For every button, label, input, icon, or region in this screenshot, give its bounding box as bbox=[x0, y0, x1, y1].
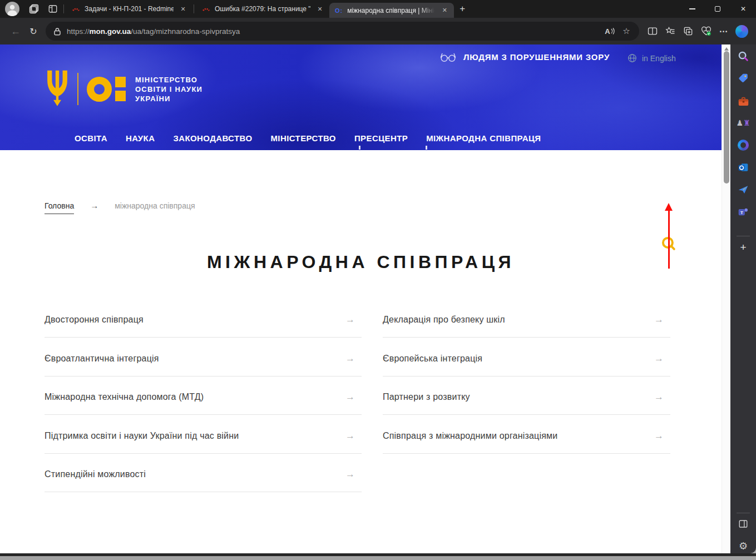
window-bottom-edge bbox=[0, 553, 756, 556]
copilot-icon bbox=[735, 25, 748, 38]
minimize-button[interactable] bbox=[679, 0, 705, 18]
browser-titlebar: Задачи - КН-П-201 - Redmine ✕ Ошибка #22… bbox=[0, 0, 756, 18]
sidebar-teams-button[interactable]: T bbox=[734, 203, 752, 221]
tag-link-stypendii[interactable]: Стипендійні можливості → bbox=[45, 469, 362, 508]
org-name-line: МІНІСТЕРСТВО bbox=[135, 75, 202, 85]
new-tab-button[interactable]: + bbox=[454, 1, 471, 17]
tag-link-label: Міжнародна технічна допомога (МТД) bbox=[45, 391, 204, 402]
outlook-icon bbox=[738, 162, 749, 173]
nav-item-nauka[interactable]: НАУКА bbox=[126, 133, 155, 143]
tag-links: Двостороння співпраця → Євроатлантична і… bbox=[45, 314, 670, 508]
tab-close-button[interactable]: ✕ bbox=[439, 6, 449, 16]
toolbox-icon bbox=[738, 96, 749, 107]
collections-button[interactable] bbox=[679, 22, 697, 40]
tag-link-ievropeiska[interactable]: Європейська інтеграція → bbox=[383, 353, 670, 392]
search-colored-icon bbox=[737, 50, 749, 62]
tag-link-label: Декларація про безпеку шкіл bbox=[383, 314, 505, 325]
tag-link-ievroatlantychna[interactable]: Євроатлантична інтеграція → bbox=[45, 353, 362, 392]
vertical-tabs-icon bbox=[48, 4, 58, 14]
tab-close-button[interactable]: ✕ bbox=[315, 4, 325, 14]
tag-link-label: Європейська інтеграція bbox=[383, 353, 482, 364]
accessibility-link[interactable]: ЛЮДЯМ З ПОРУШЕННЯМИ ЗОРУ bbox=[439, 51, 610, 63]
url-domain: mon.gov.ua bbox=[90, 27, 131, 36]
mon-favicon-icon: О: bbox=[335, 7, 343, 14]
paper-plane-icon bbox=[738, 184, 749, 195]
address-bar[interactable]: https://mon.gov.ua/ua/tag/mizhnarodna-sp… bbox=[46, 22, 639, 41]
tag-link-label: Співпраця з міжнародними організаціями bbox=[383, 430, 557, 441]
logo-divider bbox=[77, 73, 78, 105]
tab-mon-active[interactable]: О: міжнародна співпраця | Міністе ✕ bbox=[329, 3, 454, 18]
workspaces-icon bbox=[28, 3, 39, 14]
tab-title: Задачи - КН-П-201 - Redmine bbox=[85, 5, 174, 13]
tab-redmine-tasks[interactable]: Задачи - КН-П-201 - Redmine ✕ bbox=[65, 0, 192, 18]
page-scrollbar[interactable] bbox=[722, 44, 730, 553]
sidebar-send-button[interactable] bbox=[734, 181, 752, 199]
browser-essentials-button[interactable] bbox=[697, 22, 715, 40]
close-icon: ✕ bbox=[740, 5, 746, 13]
tag-link-spivpratsia-org[interactable]: Співпраця з міжнародними організаціями → bbox=[383, 430, 670, 469]
scrollbar-thumb[interactable] bbox=[724, 51, 729, 184]
sidebar-panel-toggle-button[interactable] bbox=[734, 515, 752, 533]
sidebar-add-button[interactable]: + bbox=[734, 239, 752, 256]
nav-item-ministerstvo[interactable]: МІНІСТЕРСТВО bbox=[270, 133, 335, 143]
arrow-right-icon: → bbox=[654, 391, 664, 402]
tag-link-label: Двостороння співпраця bbox=[45, 314, 144, 325]
tab-close-button[interactable]: ✕ bbox=[178, 4, 188, 14]
refresh-button[interactable]: ↻ bbox=[24, 22, 42, 40]
sidebar-search-button[interactable] bbox=[734, 47, 752, 65]
scrollbar-up-arrow[interactable] bbox=[724, 47, 729, 51]
page-title: МІЖНАРОДНА СПІВПРАЦЯ bbox=[0, 252, 722, 272]
tab-redmine-error[interactable]: Ошибка #22079: На странице " ✕ bbox=[195, 0, 329, 18]
arrow-right-icon: → bbox=[654, 430, 664, 441]
nav-item-prestsentr[interactable]: ПРЕСЦЕНТР bbox=[354, 133, 408, 143]
split-screen-button[interactable] bbox=[644, 22, 661, 40]
header-artifact bbox=[426, 146, 427, 150]
nav-item-osvita[interactable]: ОСВІТА bbox=[75, 133, 107, 143]
sidebar-shopping-button[interactable] bbox=[734, 70, 752, 87]
sidebar-settings-button[interactable]: ⚙ bbox=[734, 537, 752, 555]
tag-links-left-column: Двостороння співпраця → Євроатлантична і… bbox=[45, 314, 362, 508]
org-name-line: УКРАЇНИ bbox=[135, 94, 202, 103]
sidebar-microsoft365-button[interactable] bbox=[734, 136, 752, 154]
sidebar-games-button[interactable]: ♟♜ bbox=[734, 114, 752, 132]
close-button[interactable]: ✕ bbox=[730, 0, 756, 18]
tag-link-deklaratsiia[interactable]: Декларація про безпеку шкіл → bbox=[383, 314, 670, 353]
workspaces-button[interactable] bbox=[24, 0, 43, 18]
url-scheme: https:// bbox=[67, 27, 90, 36]
tab-actions-button[interactable] bbox=[43, 0, 62, 18]
favorites-button[interactable] bbox=[661, 22, 679, 40]
read-aloud-icon: A bbox=[605, 27, 610, 36]
back-button[interactable]: ← bbox=[7, 22, 24, 40]
breadcrumb-home-link[interactable]: Головна bbox=[45, 201, 74, 214]
favorites-list-icon bbox=[665, 26, 676, 37]
split-screen-icon bbox=[647, 26, 658, 37]
tag-link-dvostoronnia[interactable]: Двостороння співпраця → bbox=[45, 314, 362, 353]
copilot-button[interactable] bbox=[733, 22, 750, 40]
favorite-this-page-button[interactable]: ☆ bbox=[618, 23, 635, 39]
language-label: in English bbox=[642, 54, 676, 63]
arrow-right-icon: → bbox=[654, 314, 664, 325]
titlebar-separator bbox=[63, 4, 64, 13]
sidebar-outlook-button[interactable] bbox=[734, 158, 752, 176]
sidebar-divider bbox=[737, 236, 750, 236]
profile-avatar[interactable] bbox=[3, 0, 22, 18]
nav-item-mizhnarodna[interactable]: МІЖНАРОДНА СПІВПРАЦЯ bbox=[426, 133, 541, 143]
tab-title: Ошибка #22079: На странице " bbox=[215, 5, 310, 13]
sidebar-tools-button[interactable] bbox=[734, 92, 752, 110]
tag-link-partnery[interactable]: Партнери з розвитку → bbox=[383, 391, 670, 430]
settings-and-more-button[interactable]: … bbox=[715, 22, 733, 40]
maximize-button[interactable] bbox=[705, 0, 730, 18]
language-switch[interactable]: in English bbox=[627, 53, 676, 63]
microsoft365-icon bbox=[738, 140, 749, 151]
read-aloud-button[interactable]: A bbox=[601, 23, 618, 39]
tag-link-pidtrymka[interactable]: Підтримка освіти і науки України під час… bbox=[45, 430, 362, 469]
nav-item-zakonodavstvo[interactable]: ЗАКОНОДАВСТВО bbox=[173, 133, 252, 143]
mon-colon-icon bbox=[115, 77, 126, 101]
chess-rook-icon: ♜ bbox=[743, 119, 750, 127]
mon-logo[interactable]: МІНІСТЕРСТВО ОСВІТИ І НАУКИ УКРАЇНИ bbox=[45, 69, 202, 109]
tag-link-mtd[interactable]: Міжнародна технічна допомога (МТД) → bbox=[45, 391, 362, 430]
breadcrumb-current: міжнародна співпраця bbox=[115, 201, 195, 210]
browser-toolbar: ← ↻ https://mon.gov.ua/ua/tag/mizhnarodn… bbox=[0, 18, 756, 44]
arrow-right-icon: → bbox=[345, 469, 355, 479]
panel-toggle-icon bbox=[738, 519, 748, 529]
